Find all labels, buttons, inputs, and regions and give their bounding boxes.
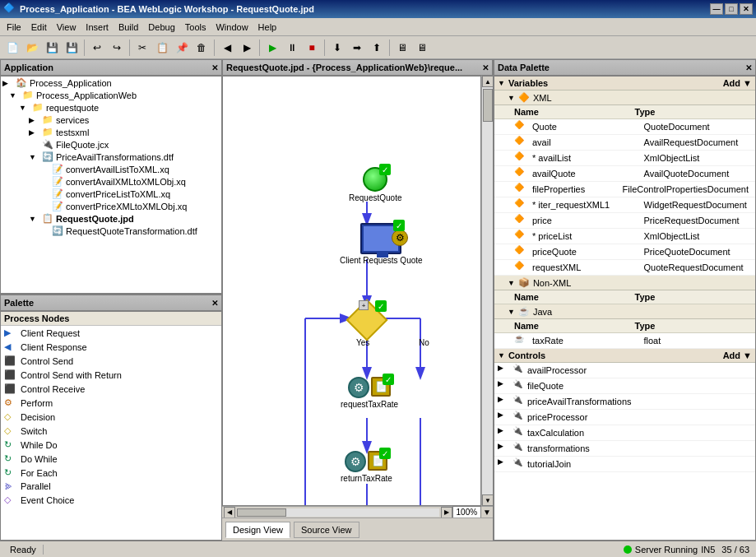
menu-edit[interactable]: Edit [26,21,52,34]
start-node[interactable]: ✓ RequestQuote [349,167,402,202]
data-row-iter[interactable]: 🔶 * iter_requestXML1 WidgetRequestDocume… [494,197,755,213]
java-section-header[interactable]: ▼ ☕ Java [494,304,755,319]
expand-icon[interactable]: ▼ [9,91,22,100]
scroll-down-button[interactable]: ▼ [482,494,494,506]
delete-button[interactable]: 🗑 [192,39,211,57]
expand-icon[interactable]: ▶ [29,116,42,124]
control-expand-icon[interactable]: ▶ [498,395,511,408]
cut-button[interactable]: ✂ [133,39,151,57]
run-button[interactable]: ▶ [263,39,281,57]
redo-button[interactable]: ↪ [108,39,126,57]
control-expand-icon[interactable]: ▶ [498,411,511,424]
data-row-quote[interactable]: 🔶 Quote QuoteDocument [494,119,755,135]
save-button[interactable]: 💾 [43,39,61,57]
stop-button[interactable]: ■ [303,39,321,57]
control-expand-icon[interactable]: ▶ [498,364,511,377]
scroll-left-button[interactable]: ◀ [224,507,235,518]
palette-item-parallel[interactable]: ⫸ Parallel [1,480,221,493]
control-row-transformations[interactable]: ▶ 🔌 transformations [494,441,755,457]
palette-item-perform[interactable]: ⚙ Perform [1,396,221,410]
diagram-close-button[interactable]: ✕ [482,63,489,72]
client-request-node[interactable]: ⚙ ✓ Client Requests Quote [340,223,423,265]
menu-insert[interactable]: Insert [81,21,114,34]
menu-build[interactable]: Build [114,21,143,34]
control-expand-icon[interactable]: ▶ [498,442,511,455]
menu-view[interactable]: View [52,21,81,34]
tree-item[interactable]: ▶ 📁 testsxml [1,126,221,138]
control-expand-icon[interactable]: ▶ [498,426,511,439]
decision-expand-icon[interactable]: + [359,300,369,310]
palette-item-control-receive[interactable]: ⬛ Control Receive [1,382,221,396]
server-stop-button[interactable]: 🖥 [413,39,431,57]
scroll-up-button[interactable]: ▲ [482,76,494,87]
data-row-price[interactable]: 🔶 price PriceRequestDocument [494,213,755,229]
decision-node[interactable]: ✓ + [352,305,382,335]
tree-item[interactable]: ▶ 📁 services [1,114,221,126]
tree-item[interactable]: ▼ 📁 requestquote [1,101,221,114]
java-expand-icon[interactable]: ▼ [508,308,515,316]
control-row-priceavail[interactable]: ▶ 🔌 priceAvailTransformations [494,394,755,410]
data-row-taxrate[interactable]: ☕ taxRate float [494,333,755,349]
tree-item[interactable]: 🔌 FileQuote.jcx [1,138,221,151]
tree-item[interactable]: 📝 convertPriceListToXML.xq [1,188,221,200]
data-row-availquote[interactable]: 🔶 availQuote AvailQuoteDocument [494,166,755,182]
data-row-avail[interactable]: 🔶 avail AvailRequestDocument [494,135,755,151]
data-palette-content[interactable]: ▼ Variables Add ▼ ▼ 🔶 XML Name Type 🔶 Qu… [494,76,756,541]
tree-item[interactable]: 📝 convertAvailXMLtoXMLObj.xq [1,175,221,188]
palette-item-client-response[interactable]: ◀ Client Response [1,340,221,354]
maximize-button[interactable]: □ [725,3,738,15]
expand-icon[interactable]: ▼ [19,104,32,112]
application-close-button[interactable]: ✕ [211,63,218,72]
forward-button[interactable]: ▶ [238,39,256,57]
scroll-thumb[interactable] [483,89,493,122]
request-tax-rate-node[interactable]: ⚙ 📄 ✓ requestTaxRate [341,377,398,409]
tree-item[interactable]: 🔄 RequestQuoteTransformation.dtf [1,225,221,237]
controls-add-button[interactable]: Add ▼ [723,350,752,360]
application-tree[interactable]: ▶ 🏠 Process_Application ▼ 📁 Process_Appl… [0,76,222,294]
palette-item-do-while[interactable]: ↻ Do While [1,452,221,466]
data-row-requestxml[interactable]: 🔶 requestXML QuoteRequestDocument [494,260,755,276]
open-button[interactable]: 📂 [23,39,41,57]
tree-item[interactable]: ▼ 📁 Process_ApplicationWeb [1,89,221,101]
palette-item-control-send-return[interactable]: ⬛ Control Send with Return [1,368,221,382]
palette-item-for-each[interactable]: ↻ For Each [1,466,221,480]
variables-add-button[interactable]: Add ▼ [723,78,752,88]
close-button[interactable]: ✕ [740,3,753,15]
data-row-fileprops[interactable]: 🔶 fileProperties FileControlPropertiesDo… [494,182,755,197]
data-row-pricequote[interactable]: 🔶 priceQuote PriceQuoteDocument [494,244,755,260]
non-xml-section-header[interactable]: ▼ 📦 Non-XML [494,276,755,290]
menu-debug[interactable]: Debug [143,21,179,34]
new-button[interactable]: 📄 [3,39,21,57]
tree-item[interactable]: ▼ 🔄 PriceAvailTransformations.dtf [1,151,221,163]
non-xml-expand-icon[interactable]: ▼ [508,279,515,287]
back-button[interactable]: ◀ [218,39,236,57]
control-row-tutorialjoin[interactable]: ▶ 🔌 tutorialJoin [494,457,755,472]
minimize-button[interactable]: — [710,3,723,15]
palette-item-event-choice[interactable]: ◇ Event Choice [1,493,221,507]
palette-item-decision[interactable]: ◇ Decision [1,410,221,424]
menu-tools[interactable]: Tools [180,21,211,34]
menu-window[interactable]: Window [211,21,253,34]
expand-icon[interactable]: ▶ [29,128,42,137]
menu-help[interactable]: Help [253,21,282,34]
data-row-availlist[interactable]: 🔶 * availList XmlObjectList [494,151,755,166]
control-row-priceprocessor[interactable]: ▶ 🔌 priceProcessor [494,410,755,425]
palette-item-client-request[interactable]: ▶ Client Request [1,326,221,340]
xml-section-header[interactable]: ▼ 🔶 XML [494,91,755,105]
tree-item[interactable]: ▼ 📋 RequestQuote.jpd [1,212,221,225]
scroll-right-button[interactable]: ▶ [441,507,452,518]
diagram-vertical-scrollbar[interactable]: ▲ ▼ [481,76,493,506]
step-over-button[interactable]: ➡ [348,39,366,57]
control-expand-icon[interactable]: ▶ [498,457,511,471]
menu-file[interactable]: File [2,21,26,34]
design-view-tab[interactable]: Design View [225,522,290,538]
palette-item-control-send[interactable]: ⬛ Control Send [1,354,221,368]
pause-button[interactable]: ⏸ [283,39,301,57]
control-row-taxcalc[interactable]: ▶ 🔌 taxCalculation [494,425,755,441]
expand-icon[interactable]: ▼ [29,215,42,223]
tree-item[interactable]: 📝 convertAvailListToXML.xq [1,163,221,175]
undo-button[interactable]: ↩ [88,39,106,57]
save-all-button[interactable]: 💾 [63,39,81,57]
tree-item[interactable]: 📝 convertPriceXMLtoXMLObj.xq [1,200,221,212]
server-start-button[interactable]: 🖥 [393,39,411,57]
